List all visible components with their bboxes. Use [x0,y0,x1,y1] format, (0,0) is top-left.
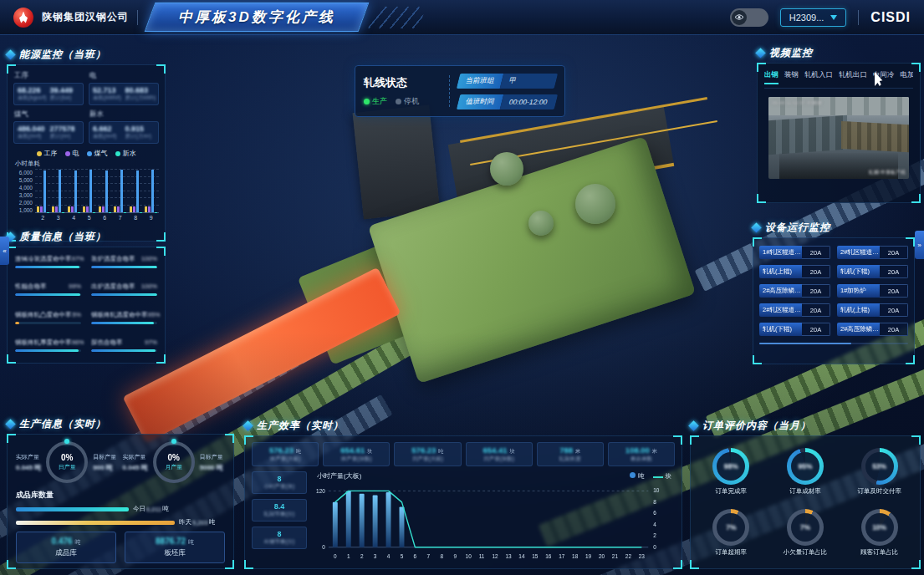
hourly-chart-title: 小时产量(大板) [317,471,361,481]
energy-group: 新水 6.662 单耗(m³/t) 0.915 累计(万m³) [89,109,159,144]
efficiency-stats: 576.23 吨 班产量(大板) 654.61 块 班产量(块数) 576.23… [252,442,675,466]
equipment-scrollbar[interactable] [759,343,908,344]
right-panel-collapse-handle[interactable]: » [915,231,924,259]
visibility-toggle[interactable] [730,8,768,27]
legend-item: 新水 [115,149,136,158]
energy-bar-group [37,170,49,212]
energy-group: 煤气 486.040 单耗(m³/t) 277578 累计(m³) [13,109,84,144]
energy-chart-legend: 工序电煤气新水 [13,149,159,158]
bar [93,212,95,213]
svg-text:2: 2 [360,553,364,559]
svg-text:15: 15 [532,553,539,559]
camera-feed[interactable]: 09-04 11:02:37 出钢侧 轧钢·中厚板产线 [768,97,909,179]
quality-info-panel: 质量信息（当班） 连铸冷装温度命中率 97% 装炉温度合格率 100% 性能合格… [7,229,166,364]
bar [133,206,135,212]
x-tick-label: 8 [134,215,137,221]
order-kpi-donut: 7% [712,509,749,546]
order-kpi-donut: 7% [787,509,824,546]
rolling-line-status-panel: 轧线状态 生产 停机 当前班组 甲 值班时间 [355,65,565,117]
panel-diamond-icon [755,48,766,59]
bar [155,212,157,213]
svg-text:1: 1 [347,553,350,559]
equipment-item[interactable]: 2#高压除鳞… 20A [759,284,830,298]
quality-item: 性能合格率 99% [15,282,81,303]
camera-tab[interactable]: 轧机出口 [839,70,867,84]
orders-panel-title: 订单评价内容（当月） [702,419,811,433]
camera-tab[interactable]: 出钢 [764,70,779,84]
company-name: 陕钢集团汉钢公司 [42,10,129,24]
production-gauge-group: 实际产量 0.045 吨 0% 日产量 目标产量 900 吨 [16,441,119,483]
energy-bar-group [145,170,157,212]
camera-tab[interactable]: 装钢 [784,70,799,84]
production-gauge-group: 实际产量 0.045 吨 0% 月产量 目标产量 5000 吨 [123,441,226,483]
quality-progress-track [15,322,81,324]
equipment-item[interactable]: 轧机(上辊) 20A [759,265,830,278]
equipment-monitor-panel: 设备运行监控 1#轧区辊道… 20A 2#轧区辊道… 20A 轧机(上辊) 20… [753,220,915,364]
dashboard-root: 陕钢集团汉钢公司 中厚板3D数字化产线 H2309... CISDI 轧线状态 [0,0,924,575]
svg-text:18: 18 [572,553,579,559]
camera-tab[interactable]: 电加热 [901,70,914,84]
production-gauge-ring: 0% 月产量 [153,441,195,483]
order-kpi: 98% 订单完成率 [694,441,768,502]
left-panel-collapse-handle[interactable]: « [0,237,9,265]
legend-item: 工序 [37,149,58,158]
equipment-item[interactable]: 轧机(下辊) 20A [837,265,908,278]
energy-chart-yticks: 6,0005,0004,0003,0002,0001,000 [13,170,35,213]
bar [59,170,61,212]
quality-progress-track [91,266,157,268]
bar [114,206,116,212]
quality-progress-track [15,266,81,268]
production-gauges: 实际产量 0.045 吨 0% 日产量 目标产量 900 吨 实际产量 0.04… [16,441,225,483]
bar [83,206,85,212]
quality-item: 出炉温度合格率 100% [91,282,157,303]
bar [105,170,108,212]
status-panel-title: 轧线状态 [364,75,441,90]
camera-tab[interactable]: 轧机入口 [804,70,833,84]
panel-diamond-icon [242,420,253,431]
equipment-item[interactable]: 2#轧区辊道… 20A [837,246,908,259]
equipment-item[interactable]: 1#加热炉 20A [837,284,908,298]
svg-text:11: 11 [479,553,485,559]
svg-text:6: 6 [414,553,417,559]
equipment-item[interactable]: 2#轧区辊道… 20A [759,303,830,317]
efficiency-stat-card: 576.23 吨 日产量(大板) [394,442,461,466]
legend-line: 块 [653,472,672,481]
quality-progress-fill [15,322,19,324]
quality-progress-fill [91,266,157,268]
svg-text:20: 20 [599,553,605,559]
bar [52,206,54,212]
bar [37,206,39,212]
stock-bars: 今日 6,011 吨 昨天 5,203 吨 [16,505,225,527]
order-kpi: 10% 顾客订单占比 [842,502,916,563]
quality-progress-fill [15,349,79,352]
efficiency-side-card: 8.4 轧制节奏(分) [252,499,307,522]
quality-item: 探伤合格率 97% [91,338,157,359]
hourly-chart-legend: 吨 块 [630,472,671,481]
svg-text:12: 12 [492,553,498,559]
stock-card: 8876.72 吨 板坯库 [125,532,225,563]
gauge-dot-icon [64,439,69,444]
equipment-item[interactable]: 1#轧区辊道… 20A [759,246,830,259]
equipment-item[interactable]: 轧机(上辊) 20A [837,303,908,317]
energy-bar-group [114,170,126,212]
equipment-panel-title: 设备运行监控 [765,221,830,235]
svg-text:13: 13 [505,553,512,559]
efficiency-panel: 生产效率（实时） 576.23 吨 班产量(大板) 654.61 块 班产量(块… [244,418,682,569]
stock-bar-fill [16,521,175,525]
panel-diamond-icon [5,419,16,430]
svg-text:10: 10 [653,487,660,493]
status-badge: 值班时间 00:00-12:00 [457,94,558,109]
camera-tabs: 出钢装钢轧机入口轧机出口中间冷电加热 [764,70,913,89]
quality-panel-title: 质量信息（当班） [19,230,106,244]
equipment-item[interactable]: 2#高压除鳞… 20A [837,323,908,336]
svg-text:8: 8 [653,499,656,505]
x-tick-label: 5 [88,215,91,221]
energy-groups: 工序 68.226 单耗(kgce/t) 39.449 累计(tce) 电 52… [13,71,159,144]
equipment-scrollbar-thumb[interactable] [759,343,851,344]
equipment-item[interactable]: 轧机(下辊) 20A [759,323,830,336]
bar [68,206,70,212]
svg-text:3: 3 [374,553,377,559]
device-selector-dropdown[interactable]: H2309... [780,8,847,27]
svg-text:23: 23 [639,553,646,559]
status-mode: 停机 [396,96,419,107]
